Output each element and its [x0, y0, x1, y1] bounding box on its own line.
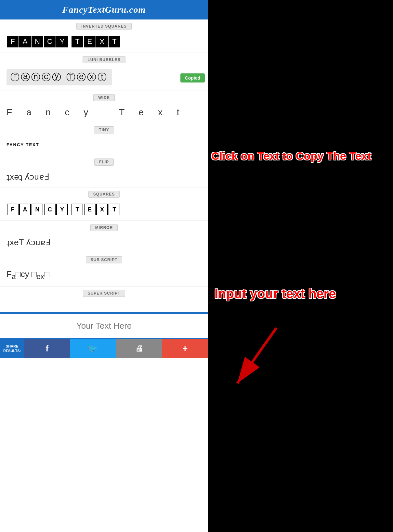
label-row-subscript: SUB SCRIPT: [0, 253, 208, 265]
label-row-flip: FLIP: [0, 155, 208, 168]
label-squares: SQUARES: [88, 191, 120, 198]
content-mirror[interactable]: ʇxeT ʎɔuɐℲ: [0, 233, 208, 253]
sq-char: T: [109, 204, 120, 215]
site-title: FancyTextGuru.com: [62, 5, 146, 15]
input-area: [0, 312, 208, 339]
label-row-luni-bubbles: LUNI BUBBLES: [0, 53, 208, 65]
sq-char: F: [7, 204, 19, 215]
content-flip[interactable]: ʇxəʇ ʎɔuɐℲ: [0, 168, 208, 187]
section-subscript: SUB SCRIPT Fa□cy □ex□: [0, 253, 208, 286]
content-wide[interactable]: F a n c y T e x t: [0, 103, 208, 123]
label-row-tiny: TINY: [0, 123, 208, 135]
label-superscript: SUPER SCRIPT: [83, 290, 125, 297]
content-squares[interactable]: FANCY TEXT: [0, 200, 208, 221]
sq-char: X: [96, 204, 108, 215]
text-input[interactable]: [0, 313, 208, 339]
content-luni-bubbles[interactable]: Ⓕⓐⓝⓒⓨ Ⓣⓔⓧⓣ Copied: [0, 65, 208, 91]
label-wide: WIDE: [93, 94, 114, 101]
squares-text: FANCY TEXT: [7, 204, 121, 215]
inv-char: A: [19, 36, 31, 47]
sq-char: E: [84, 204, 96, 215]
sq-char: N: [32, 204, 43, 215]
copied-badge: Copied: [180, 73, 205, 82]
content-superscript[interactable]: [0, 299, 208, 312]
left-panel: FancyTextGuru.com INVERTED SQUARES FANCY…: [0, 0, 208, 532]
click-annotation: Click on Text to Copy The Text: [211, 149, 371, 163]
label-row-superscript: SUPER SCRIPT: [0, 286, 208, 299]
facebook-icon: f: [46, 344, 49, 354]
inv-char: Y: [56, 36, 68, 47]
section-luni-bubbles: LUNI BUBBLES Ⓕⓐⓝⓒⓨ Ⓣⓔⓧⓣ Copied: [0, 53, 208, 91]
sq-char: T: [72, 204, 83, 215]
wide-text: F a n c y T e x t: [7, 107, 185, 118]
inv-char: T: [109, 36, 120, 47]
section-flip: FLIP ʇxəʇ ʎɔuɐℲ: [0, 155, 208, 187]
sq-char: C: [44, 204, 56, 215]
section-squares: SQUARES FANCY TEXT: [0, 187, 208, 221]
twitter-share-button[interactable]: 🐦: [70, 339, 116, 358]
label-mirror: MIRROR: [90, 224, 118, 231]
print-icon: 🖨: [135, 344, 143, 353]
more-icon: +: [182, 343, 188, 354]
tiny-text: FANCY TEXT: [7, 142, 39, 147]
sq-char: Y: [56, 204, 68, 215]
label-row-squares: SQUARES: [0, 187, 208, 200]
content-tiny[interactable]: FANCY TEXT: [0, 135, 208, 155]
inv-char: E: [84, 36, 96, 47]
flip-text: ʇxəʇ ʎɔuɐℲ: [7, 172, 49, 182]
inv-char: T: [72, 36, 83, 47]
content-inverted-squares[interactable]: FANCY TEXT: [0, 32, 208, 53]
label-row-inverted-squares: INVERTED SQUARES: [0, 19, 208, 32]
site-header: FancyTextGuru.com: [0, 0, 208, 19]
label-tiny: TINY: [94, 126, 114, 133]
section-tiny: TINY FANCY TEXT: [0, 123, 208, 155]
more-share-button[interactable]: +: [162, 339, 208, 358]
inverted-squares-text: FANCY TEXT: [7, 36, 121, 47]
section-wide: WIDE F a n c y T e x t: [0, 91, 208, 123]
label-inverted-squares: INVERTED SQUARES: [76, 23, 131, 30]
inv-char: C: [44, 36, 56, 47]
inv-char: F: [7, 36, 19, 47]
sq-char: A: [19, 204, 31, 215]
facebook-share-button[interactable]: f: [24, 339, 70, 358]
content-subscript[interactable]: Fa□cy □ex□: [0, 265, 208, 286]
share-label: SHARERESULTS:: [0, 344, 24, 353]
svg-line-3: [237, 328, 276, 383]
inv-char: X: [96, 36, 108, 47]
section-mirror: MIRROR ʇxeT ʎɔuɐℲ: [0, 221, 208, 253]
share-bar: SHARERESULTS: f 🐦 🖨 +: [0, 339, 208, 358]
label-row-mirror: MIRROR: [0, 221, 208, 233]
input-annotation: Input your text here: [215, 286, 336, 301]
mirror-text: ʇxeT ʎɔuɐℲ: [7, 237, 50, 247]
arrow-down-svg: [228, 325, 293, 390]
right-panel: Click on Text to Copy The Text Input you…: [208, 0, 393, 532]
inv-char: N: [32, 36, 43, 47]
label-luni-bubbles: LUNI BUBBLES: [83, 56, 125, 63]
label-subscript: SUB SCRIPT: [86, 256, 123, 263]
section-inverted-squares: INVERTED SQUARES FANCY TEXT: [0, 19, 208, 53]
subscript-text: Fa□cy □ex□: [7, 269, 49, 281]
print-share-button[interactable]: 🖨: [116, 339, 162, 358]
section-superscript: SUPER SCRIPT: [0, 286, 208, 312]
luni-bubbles-text: Ⓕⓐⓝⓒⓨ Ⓣⓔⓧⓣ: [7, 69, 112, 85]
twitter-icon: 🐦: [88, 344, 98, 353]
label-row-wide: WIDE: [0, 91, 208, 103]
label-flip: FLIP: [94, 158, 114, 166]
